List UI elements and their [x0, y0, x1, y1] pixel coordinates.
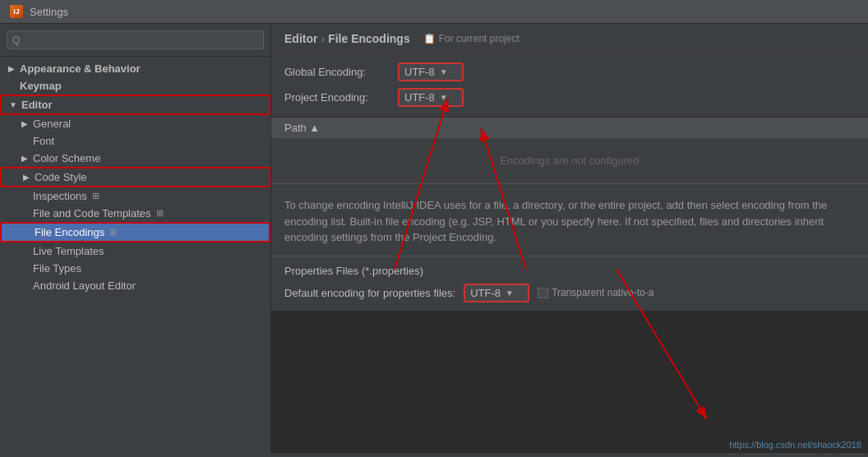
- transparent-label: Transparent native-to-a: [552, 287, 653, 298]
- breadcrumb-separator: ›: [321, 32, 325, 45]
- sidebar-item-label: Editor: [21, 99, 53, 111]
- path-header: Path ▲: [271, 118, 868, 138]
- default-encoding-label: Default encoding for properties files:: [284, 287, 455, 299]
- arrow-icon: ▼: [8, 100, 18, 109]
- dropdown-arrow-icon: ▼: [440, 93, 448, 102]
- sidebar-item-filetypes[interactable]: File Types: [0, 260, 270, 277]
- path-table: Path ▲ Encodings are not configured: [271, 118, 868, 183]
- arrow-icon: ▶: [20, 154, 30, 163]
- project-encoding-value: UTF-8: [404, 91, 435, 104]
- arrow-icon: ▶: [20, 119, 30, 128]
- global-encoding-row: Global Encoding: UTF-8 ▼: [284, 62, 855, 81]
- path-empty: Encodings are not configured: [271, 138, 868, 183]
- search-input-wrap[interactable]: Q: [7, 30, 264, 49]
- sidebar-item-label: Color Scheme: [33, 152, 100, 164]
- project-encoding-label: Project Encoding:: [284, 91, 391, 104]
- search-bar: Q: [0, 24, 270, 57]
- watermark: https://blog.csdn.net/shaock2018: [729, 440, 861, 450]
- sidebar: Q ▶ Appearance & Behavior Keymap ▼ Edito…: [0, 24, 271, 453]
- file-icon: ⊞: [156, 208, 164, 219]
- sidebar-item-label: Keymap: [20, 80, 62, 92]
- default-encoding-dropdown[interactable]: UTF-8 ▼: [464, 284, 529, 302]
- search-icon: Q: [12, 35, 20, 46]
- project-icon: 📋: [423, 33, 436, 44]
- sidebar-item-label: File Encodings: [35, 226, 104, 238]
- sidebar-item-label: Font: [33, 135, 54, 147]
- sidebar-item-editor[interactable]: ▼ Editor: [0, 95, 270, 115]
- app-icon: IJ: [10, 5, 23, 18]
- dropdown-arrow-icon: ▼: [506, 289, 514, 298]
- main-layout: Q ▶ Appearance & Behavior Keymap ▼ Edito…: [0, 24, 868, 453]
- sidebar-item-livetemplates[interactable]: Live Templates: [0, 242, 270, 260]
- sidebar-item-colorscheme[interactable]: ▶ Color Scheme: [0, 150, 270, 167]
- dropdown-arrow-icon: ▼: [440, 67, 448, 76]
- sidebar-item-label: Code Style: [35, 171, 87, 183]
- window-title: Settings: [30, 6, 68, 18]
- sidebar-item-codestyle[interactable]: ▶ Code Style: [0, 167, 270, 187]
- sidebar-item-label: File Types: [33, 262, 81, 275]
- sidebar-item-androidlayout[interactable]: Android Layout Editor: [0, 277, 270, 294]
- content-body: Global Encoding: UTF-8 ▼ Project Encodin…: [271, 53, 868, 453]
- title-bar: IJ Settings: [0, 0, 868, 24]
- info-text-section: To change encoding IntelliJ IDEA uses fo…: [271, 183, 868, 256]
- file-icon: ⊞: [109, 227, 117, 238]
- arrow-icon: ▶: [7, 64, 16, 73]
- content-area: Editor › File Encodings 📋 For current pr…: [271, 24, 868, 453]
- sidebar-item-label: Inspections: [33, 190, 87, 202]
- sidebar-item-label: Live Templates: [33, 245, 104, 257]
- project-encoding-dropdown[interactable]: UTF-8 ▼: [398, 88, 464, 107]
- sidebar-item-appearance[interactable]: ▶ Appearance & Behavior: [0, 60, 270, 77]
- sidebar-item-keymap[interactable]: Keymap: [0, 77, 270, 95]
- file-icon: ⊞: [92, 191, 99, 201]
- project-encoding-row: Project Encoding: UTF-8 ▼: [284, 88, 855, 107]
- sidebar-item-inspections[interactable]: Inspections ⊞: [0, 187, 270, 205]
- transparent-checkbox-label: Transparent native-to-a: [538, 287, 653, 298]
- properties-label: Properties Files (*.properties): [284, 265, 855, 277]
- breadcrumb-part1: Editor: [284, 32, 317, 45]
- global-encoding-dropdown[interactable]: UTF-8 ▼: [398, 62, 464, 81]
- properties-section: Properties Files (*.properties) Default …: [271, 256, 868, 311]
- transparent-checkbox[interactable]: [538, 288, 548, 298]
- search-input[interactable]: [23, 34, 258, 46]
- sidebar-item-label: Appearance & Behavior: [20, 62, 141, 75]
- arrow-icon: ▶: [21, 173, 31, 182]
- content-header: Editor › File Encodings 📋 For current pr…: [271, 24, 868, 53]
- info-text: To change encoding IntelliJ IDEA uses fo…: [284, 199, 827, 243]
- sidebar-item-label: File and Code Templates: [33, 207, 151, 219]
- encoding-rows: Global Encoding: UTF-8 ▼ Project Encodin…: [271, 53, 868, 118]
- global-encoding-value: UTF-8: [404, 66, 435, 78]
- breadcrumb: Editor › File Encodings: [284, 32, 410, 45]
- sidebar-item-label: Android Layout Editor: [33, 279, 136, 292]
- default-encoding-value: UTF-8: [470, 287, 501, 299]
- sidebar-item-filecodetemplates[interactable]: File and Code Templates ⊞: [0, 205, 270, 222]
- for-project-text: For current project: [439, 33, 519, 44]
- for-project-label: 📋 For current project: [423, 33, 519, 44]
- sidebar-item-font[interactable]: Font: [0, 132, 270, 150]
- sidebar-item-fileencodings[interactable]: File Encodings ⊞: [0, 222, 270, 242]
- sidebar-tree: ▶ Appearance & Behavior Keymap ▼ Editor …: [0, 57, 270, 453]
- properties-row: Default encoding for properties files: U…: [284, 284, 855, 302]
- breadcrumb-part2: File Encodings: [328, 32, 410, 45]
- sidebar-item-general[interactable]: ▶ General: [0, 115, 270, 132]
- global-encoding-label: Global Encoding:: [284, 66, 391, 78]
- sidebar-item-label: General: [33, 118, 71, 130]
